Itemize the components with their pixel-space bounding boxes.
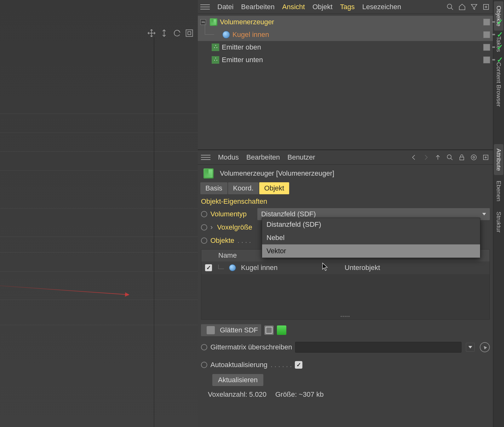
attribute-manager-panel: Modus Bearbeiten Benutzer Volumenerzeuge…: [198, 150, 493, 427]
sphere-icon: [222, 31, 230, 38]
prop-label: Volumentyp: [210, 210, 247, 218]
am-menu-mode[interactable]: Modus: [218, 153, 239, 161]
side-tab-ebenen[interactable]: Ebenen: [494, 176, 503, 206]
anim-radio[interactable]: [201, 362, 207, 368]
tree-row-kugel-innen[interactable]: Kugel innen ••✓: [198, 28, 493, 41]
object-tree[interactable]: Volumenerzeuger ••✓ Kugel innen ••✓ Emit…: [198, 14, 493, 149]
record-icon[interactable]: [470, 153, 478, 161]
om-menu-edit[interactable]: Bearbeiten: [241, 3, 274, 11]
svg-rect-1: [188, 32, 191, 34]
enable-check-icon[interactable]: ✓: [497, 18, 503, 26]
smooth-sdf-button[interactable]: Glätten SDF: [201, 324, 261, 336]
dropdown-option-vektor[interactable]: Vektor: [262, 244, 480, 258]
tree-item-label: Emitter unten: [222, 56, 263, 64]
om-menu-file[interactable]: Datei: [217, 3, 233, 11]
om-menu-icon[interactable]: [200, 4, 210, 9]
picker-icon[interactable]: [480, 342, 490, 352]
back-icon[interactable]: [410, 153, 418, 161]
svg-point-6: [471, 155, 477, 160]
am-menu-user[interactable]: Benutzer: [287, 153, 315, 161]
prop-autoaktualisierung: Autoaktualisierung . . . . . . ✓: [201, 358, 490, 371]
add-filter-icon[interactable]: [264, 325, 274, 335]
label-dots: . . . .: [238, 237, 251, 245]
resize-grip-icon[interactable]: •••••: [341, 314, 350, 319]
dropdown-option-nebel[interactable]: Nebel: [262, 231, 480, 244]
tree-row-emitter-oben[interactable]: Emitter oben ••✓: [198, 41, 493, 54]
anim-radio[interactable]: [201, 211, 207, 217]
svg-point-7: [473, 156, 475, 158]
override-link-input[interactable]: [295, 342, 461, 353]
search-icon[interactable]: [446, 153, 454, 161]
properties-group-title: Objekt-Eigenschaften: [198, 194, 493, 206]
om-menu-view[interactable]: Ansicht: [282, 3, 305, 11]
volume-generator-icon: [203, 168, 214, 178]
row-checkbox[interactable]: ✓: [205, 264, 212, 271]
voxel-count: Voxelanzahl: 5.020: [208, 390, 266, 399]
sphere-icon: [229, 264, 236, 271]
am-object-title: Volumenerzeuger [Volumenerzeuger]: [220, 169, 334, 178]
anim-radio[interactable]: [201, 224, 207, 231]
side-tab-attribute[interactable]: Attribute: [494, 144, 503, 175]
vp-updown-icon[interactable]: [159, 28, 169, 38]
expand-icon[interactable]: [482, 3, 490, 11]
vp-frame-icon[interactable]: [184, 28, 195, 38]
voxel-size: Größe: ~307 kb: [275, 390, 324, 399]
vp-move-icon[interactable]: [146, 28, 157, 38]
visibility-dots[interactable]: ••: [492, 57, 495, 63]
layer-toggle[interactable]: [483, 44, 490, 51]
svg-point-4: [447, 155, 451, 159]
dropdown-option-sdf[interactable]: Distanzfeld (SDF): [262, 218, 480, 231]
anim-radio[interactable]: [201, 344, 207, 350]
auto-update-checkbox[interactable]: ✓: [295, 361, 302, 369]
emitter-icon: [212, 44, 219, 51]
enable-check-icon[interactable]: ✓: [497, 30, 503, 39]
update-button[interactable]: Aktualisieren: [212, 374, 263, 386]
filter-icon[interactable]: [470, 3, 478, 11]
svg-rect-0: [186, 30, 193, 37]
side-tab-struktur[interactable]: Struktur: [494, 207, 503, 237]
enable-check-icon[interactable]: ✓: [497, 56, 503, 64]
expand-caret-icon[interactable]: ›: [210, 223, 213, 231]
anim-radio[interactable]: [201, 237, 207, 244]
tree-item-label: Kugel innen: [232, 31, 269, 39]
am-menu-icon[interactable]: [201, 155, 210, 160]
lock-icon[interactable]: [458, 153, 466, 161]
filter-enabled-icon[interactable]: [277, 325, 286, 335]
tab-basis[interactable]: Basis: [200, 182, 227, 194]
volumetype-dropdown[interactable]: Distanzfeld (SDF) Nebel Vektor: [262, 218, 480, 258]
vp-rotate-icon[interactable]: [171, 28, 182, 38]
emitter-icon: [212, 56, 219, 64]
objects-list[interactable]: Name ✓ Kugel innen Unterobjekt •••••: [201, 249, 490, 320]
om-menu-tags[interactable]: Tags: [340, 3, 355, 11]
chevron-down-icon: [482, 213, 486, 215]
tab-koord[interactable]: Koord.: [228, 182, 259, 194]
list-item[interactable]: ✓ Kugel innen Unterobjekt: [201, 261, 490, 274]
layer-toggle[interactable]: [483, 31, 490, 38]
prop-label: Gittermatrix überschreiben: [210, 343, 292, 351]
row-mode[interactable]: Unterobjekt: [345, 264, 490, 272]
prop-label: Autoaktualisierung: [210, 361, 267, 369]
tab-objekt[interactable]: Objekt: [259, 182, 289, 194]
am-menu-edit[interactable]: Bearbeiten: [246, 153, 280, 161]
forward-icon[interactable]: [422, 153, 430, 161]
layer-toggle[interactable]: [483, 19, 490, 26]
enable-check-icon[interactable]: ✓: [497, 43, 503, 52]
layer-toggle[interactable]: [483, 56, 490, 63]
visibility-dots[interactable]: ••: [492, 32, 495, 38]
new-window-icon[interactable]: [482, 153, 490, 161]
prop-gittermatrix: Gittermatrix überschreiben: [201, 341, 490, 354]
select-value: Distanzfeld (SDF): [261, 210, 316, 218]
om-menu-bookmarks[interactable]: Lesezeichen: [362, 3, 401, 11]
tree-row-emitter-unten[interactable]: Emitter unten ••✓: [198, 54, 493, 66]
link-chevron-icon[interactable]: [466, 343, 475, 352]
tree-row-volumenerzeuger[interactable]: Volumenerzeuger ••✓: [198, 16, 493, 28]
home-icon[interactable]: [458, 3, 467, 11]
up-icon[interactable]: [434, 153, 442, 161]
visibility-dots[interactable]: ••: [492, 19, 495, 26]
visibility-dots[interactable]: ••: [492, 44, 495, 51]
tree-item-label: Emitter oben: [222, 43, 261, 51]
om-menu-object[interactable]: Objekt: [312, 3, 333, 11]
side-tab-content-browser[interactable]: Content Browser: [494, 58, 503, 111]
viewport-3d[interactable]: [0, 0, 198, 427]
search-icon[interactable]: [446, 3, 455, 11]
